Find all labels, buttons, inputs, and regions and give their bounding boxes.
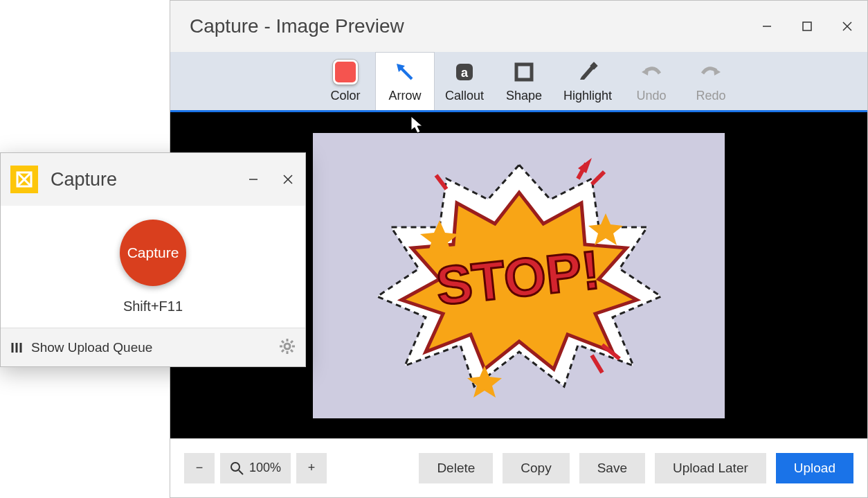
stop-sticker-graphic: STOP! [370, 151, 668, 400]
settings-button[interactable] [279, 338, 296, 357]
redo-label: Redo [696, 89, 725, 103]
upload-button[interactable]: Upload [776, 453, 853, 483]
capture-button[interactable]: Capture [120, 220, 186, 286]
color-tool[interactable]: Color [316, 52, 375, 110]
svg-marker-11 [642, 68, 649, 75]
color-tool-label: Color [330, 89, 360, 103]
delete-button[interactable]: Delete [419, 453, 493, 483]
close-button[interactable] [827, 1, 867, 52]
svg-line-19 [592, 172, 604, 184]
app-logo-icon [10, 166, 38, 193]
upload-later-label: Upload Later [673, 461, 748, 475]
zoom-in-label: + [308, 461, 316, 475]
redo-button[interactable]: Redo [681, 52, 741, 110]
widget-title: Capture [51, 169, 236, 190]
zoom-level-button[interactable]: 100% [220, 453, 291, 483]
gear-icon [279, 338, 296, 355]
zoom-controls: − 100% + [184, 453, 332, 483]
queue-label: Show Upload Queue [31, 340, 152, 355]
maximize-button[interactable] [787, 1, 827, 52]
widget-titlebar: Capture [1, 153, 305, 206]
color-swatch-icon [333, 60, 358, 85]
bottom-bar: − 100% + Delete Copy Save Upload Later U… [170, 438, 867, 497]
delete-label: Delete [437, 461, 475, 475]
widget-bottom-bar: Show Upload Queue [1, 328, 305, 366]
undo-button[interactable]: Undo [622, 52, 681, 110]
editor-toolbar: Color Arrow a Callout Shape Highlight [170, 52, 867, 112]
undo-label: Undo [636, 89, 666, 103]
highlight-icon [575, 60, 600, 85]
svg-point-24 [231, 463, 239, 471]
highlight-tool[interactable]: Highlight [554, 52, 622, 110]
widget-minimize-button[interactable] [236, 153, 271, 206]
zoom-in-button[interactable]: + [296, 453, 327, 483]
save-label: Save [597, 461, 627, 475]
zoom-level-label: 100% [249, 461, 281, 475]
copy-button[interactable]: Copy [503, 453, 569, 483]
copy-label: Copy [521, 461, 551, 475]
svg-marker-9 [580, 66, 594, 80]
svg-marker-12 [714, 68, 721, 75]
arrow-tool[interactable]: Arrow [375, 52, 435, 110]
callout-tool[interactable]: a Callout [435, 52, 494, 110]
magnifier-icon [230, 461, 244, 475]
queue-icon [10, 341, 24, 355]
svg-line-43 [291, 350, 293, 352]
shape-tool-label: Shape [506, 89, 542, 103]
capture-shortcut-label: Shift+F11 [123, 299, 183, 314]
arrow-tool-label: Arrow [388, 89, 421, 103]
zoom-out-label: − [196, 461, 204, 475]
callout-icon: a [452, 60, 477, 85]
capture-widget-window: Capture Capture Shift+F11 Show Upload Qu… [0, 152, 306, 367]
zoom-out-button[interactable]: − [184, 453, 215, 483]
svg-text:a: a [461, 66, 469, 80]
save-button[interactable]: Save [579, 453, 645, 483]
preview-image: STOP! [313, 133, 725, 418]
svg-rect-8 [516, 64, 532, 80]
preview-titlebar: Capture - Image Preview [170, 1, 867, 52]
widget-close-button[interactable] [271, 153, 305, 206]
upload-label: Upload [794, 461, 835, 475]
undo-icon [639, 60, 664, 85]
svg-rect-1 [803, 22, 811, 30]
svg-line-22 [436, 175, 446, 189]
svg-line-25 [239, 470, 243, 474]
svg-line-42 [282, 341, 284, 343]
widget-body: Capture Shift+F11 [1, 206, 305, 328]
svg-point-37 [284, 344, 290, 349]
preview-title: Capture - Image Preview [190, 15, 747, 37]
upload-later-button[interactable]: Upload Later [655, 453, 766, 483]
minimize-button[interactable] [747, 1, 787, 52]
svg-line-21 [592, 355, 602, 373]
callout-tool-label: Callout [445, 89, 484, 103]
shape-tool[interactable]: Shape [494, 52, 554, 110]
show-upload-queue-button[interactable]: Show Upload Queue [10, 340, 279, 355]
shape-icon [512, 60, 536, 85]
svg-line-44 [291, 341, 293, 343]
highlight-tool-label: Highlight [563, 89, 612, 103]
capture-button-label: Capture [127, 244, 179, 261]
arrow-icon [392, 60, 417, 85]
redo-icon [698, 60, 723, 85]
svg-line-45 [282, 350, 284, 352]
